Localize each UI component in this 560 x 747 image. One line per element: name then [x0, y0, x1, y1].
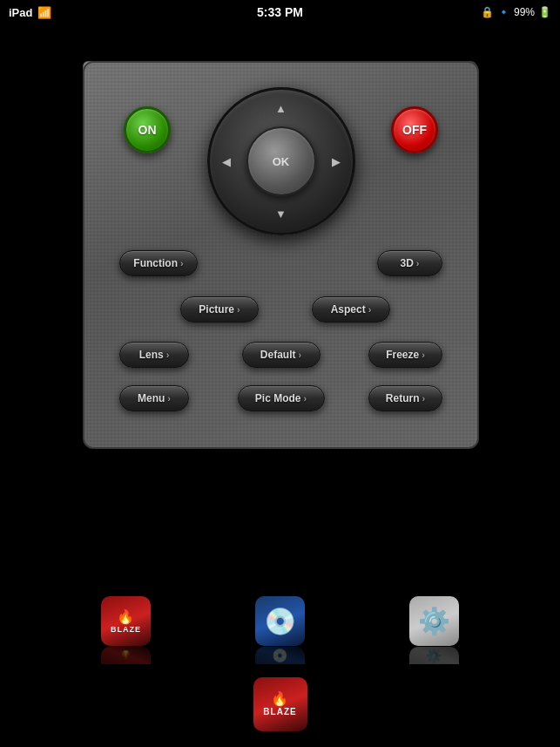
ok-label: OK	[273, 155, 290, 168]
menu-button[interactable]: Menu	[119, 385, 189, 411]
dpad-right-arrow[interactable]: ▶	[332, 155, 341, 168]
blaze-app-icon[interactable]: 🔥 BLAZE	[101, 596, 151, 646]
blaze-flame-icon: 🔥	[117, 608, 135, 625]
blaze-app-wrap: 🔥 BLAZE 🔥	[101, 596, 151, 664]
pic-mode-button[interactable]: Pic Mode	[238, 385, 325, 411]
blaze-bottom-flame-icon: 🔥	[271, 692, 289, 706]
picture-label: Picture	[199, 303, 234, 316]
bluray-disc-icon: 💿	[264, 606, 296, 636]
status-left: iPad 📶	[9, 6, 51, 19]
settings-icon-content: ⚙️	[409, 596, 459, 646]
blaze-app-label: BLAZE	[111, 625, 141, 634]
settings-app-reflection: ⚙️	[409, 647, 459, 664]
function-button[interactable]: Function	[119, 250, 198, 276]
bluray-app-reflection: 💿	[255, 647, 305, 664]
dpad-up-arrow[interactable]: ▲	[275, 102, 287, 115]
bluray-app-wrap: 💿 💿	[255, 596, 305, 664]
settings-app-wrap: ⚙️ ⚙️	[409, 596, 459, 664]
remote-panel: ON OFF ▲ ▼ ◀ ▶ OK Function 3D Picture As…	[83, 61, 479, 449]
status-right: 🔒 🔹 99% 🔋	[481, 6, 551, 18]
status-time: 5:33 PM	[257, 5, 303, 19]
return-label: Return	[386, 392, 420, 404]
wifi-icon: 📶	[37, 6, 51, 19]
gear-icon: ⚙️	[418, 606, 450, 636]
dpad-down-arrow[interactable]: ▼	[275, 207, 287, 221]
picture-button[interactable]: Picture	[180, 296, 259, 323]
dpad-outer: ▲ ▼ ◀ ▶ OK	[207, 87, 355, 235]
3d-label: 3D	[400, 257, 413, 269]
pic-mode-label: Pic Mode	[255, 392, 301, 404]
dpad-left-arrow[interactable]: ◀	[222, 155, 231, 168]
app-icons-row: 🔥 BLAZE 🔥 💿 💿 ⚙️	[0, 596, 560, 664]
aspect-label: Aspect	[331, 303, 366, 316]
ok-button[interactable]: OK	[246, 126, 316, 196]
status-bar: iPad 📶 5:33 PM 🔒 🔹 99% 🔋	[0, 0, 560, 24]
freeze-label: Freeze	[386, 349, 419, 361]
lens-button[interactable]: Lens	[119, 342, 189, 368]
lens-label: Lens	[139, 349, 164, 361]
bluetooth-icon: 🔹	[497, 6, 510, 18]
off-label: OFF	[402, 123, 427, 137]
3d-button[interactable]: 3D	[377, 250, 442, 276]
dpad-container: ▲ ▼ ◀ ▶ OK	[207, 87, 355, 235]
bluray-icon-content: 💿	[255, 596, 305, 646]
bluray-app-icon[interactable]: 💿	[255, 596, 305, 646]
blaze-bottom-logo[interactable]: 🔥 BLAZE	[253, 677, 307, 731]
aspect-button[interactable]: Aspect	[312, 296, 390, 323]
lock-icon: 🔒	[481, 6, 494, 18]
return-button[interactable]: Return	[368, 385, 442, 411]
power-off-button[interactable]: OFF	[391, 106, 438, 153]
default-button[interactable]: Default	[242, 342, 320, 368]
battery-icon: 🔋	[538, 6, 551, 18]
menu-label: Menu	[138, 392, 165, 404]
function-label: Function	[133, 257, 178, 269]
power-on-button[interactable]: ON	[124, 106, 171, 153]
settings-app-icon[interactable]: ⚙️	[409, 596, 459, 646]
default-label: Default	[260, 349, 296, 361]
blaze-icon-content: 🔥 BLAZE	[101, 596, 151, 646]
on-label: ON	[138, 123, 157, 137]
blaze-app-reflection: 🔥	[101, 647, 151, 664]
blaze-bottom-label: BLAZE	[263, 707, 296, 716]
device-label: iPad	[9, 6, 32, 19]
freeze-button[interactable]: Freeze	[368, 342, 442, 368]
battery-percent: 99%	[514, 6, 535, 18]
